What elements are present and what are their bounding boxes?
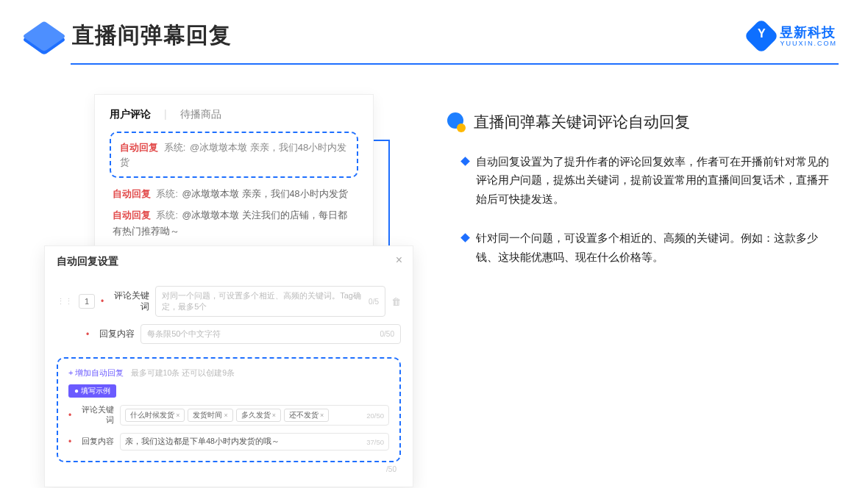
comment-line: 自动回复 系统: @冰墩墩本墩 关注我们的店铺，每日都有热门推荐呦～ [110,208,358,240]
example-badge: ● 填写示例 [68,384,116,398]
delete-icon[interactable]: 🗑 [391,296,401,307]
content-input[interactable]: 每条限50个中文字符 0/50 [140,324,401,344]
auto-reply-settings-panel: 自动回复设置 × ⋮⋮ 1 • 评论关键词 对同一个问题，可设置多个相近、高频的… [44,245,413,487]
required-dot: • [101,296,104,306]
brand-name-cn: 昱新科技 [780,26,837,39]
keyword-row: ⋮⋮ 1 • 评论关键词 对同一个问题，可设置多个相近、高频的关键词。Tag确定… [57,286,401,317]
section-title: 直播间弹幕关键词评论自动回复 [474,112,690,132]
keyword-tag: 还不发货× [284,409,329,422]
close-icon[interactable]: × [396,254,402,267]
settings-title: 自动回复设置 [57,255,401,268]
tabs: 用户评论|待播商品 [110,108,358,121]
content-row: • 回复内容 每条限50个中文字符 0/50 [86,324,401,344]
screenshot-mock: 用户评论|待播商品 自动回复 系统: @冰墩墩本墩 亲亲，我们48小时内发货 自… [44,94,419,287]
tab-user-comments[interactable]: 用户评论 [110,108,151,120]
tab-pending-goods[interactable]: 待播商品 [180,108,221,120]
brand-icon: Y [744,18,779,54]
bullet-point: 自动回复设置为了提升作者的评论回复效率，作者可在开播前针对常见的评论用户问题，提… [462,153,839,209]
cube-icon [29,24,59,53]
example-keyword-row: • 评论关键词 什么时候发货× 发货时间× 多久发货× 还不发货× 20/50 [68,405,389,426]
example-keyword-input[interactable]: 什么时候发货× 发货时间× 多久发货× 还不发货× 20/50 [120,405,389,426]
auto-reply-tag: 自动回复 [120,142,158,153]
comments-panel: 用户评论|待播商品 自动回复 系统: @冰墩墩本墩 亲亲，我们48小时内发货 自… [94,94,374,264]
bullet-point: 针对同一个问题，可设置多个相近的、高频的关键词。例如：这款多少钱、这块能优惠吗、… [462,229,839,267]
keyword-input[interactable]: 对同一个问题，可设置多个相近、高频的关键词。Tag确定，最多5个 0/5 [155,286,385,317]
add-auto-reply-link[interactable]: + 增加自动回复 [68,368,124,377]
row-number: 1 [79,294,95,309]
example-content-row: • 回复内容 亲，我们这边都是下单48小时内发货的哦～ 37/50 [68,433,389,451]
add-hint: 最多可建10条 还可以创建9条 [131,368,235,377]
example-highlight-box: + 增加自动回复 最多可建10条 还可以创建9条 ● 填写示例 • 评论关键词 … [57,357,401,462]
diamond-icon [460,233,470,243]
keyword-tag: 什么时候发货× [125,409,185,422]
explanation-panel: 直播间弹幕关键词评论自动回复 自动回复设置为了提升作者的评论回复效率，作者可在开… [446,94,839,287]
slide-header: 直播间弹幕回复 [0,0,868,53]
comment-line: 自动回复 系统: @冰墩墩本墩 亲亲，我们48小时内发货 [110,187,358,202]
keyword-tag: 发货时间× [188,409,232,422]
keyword-label: 评论关键词 [110,290,149,312]
diamond-icon [460,157,470,166]
highlighted-comment: 自动回复 系统: @冰墩墩本墩 亲亲，我们48小时内发货 [110,132,358,178]
system-tag: 系统: [164,142,186,153]
bubble-icon [446,112,465,132]
content-label: 回复内容 [95,329,135,340]
brand-name-en: YUUXIN.COM [780,40,837,47]
connector-line [374,140,390,141]
keyword-tag: 多久发货× [236,409,281,422]
example-content-input[interactable]: 亲，我们这边都是下单48小时内发货的哦～ 37/50 [120,433,389,451]
slide-title: 直播间弹幕回复 [72,21,232,51]
outer-count: /50 [57,465,401,473]
brand-logo: Y 昱新科技 YUUXIN.COM [749,24,837,49]
